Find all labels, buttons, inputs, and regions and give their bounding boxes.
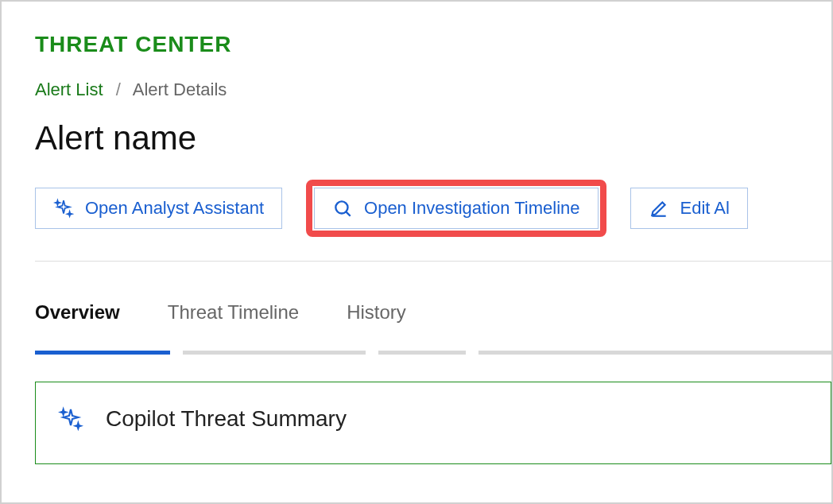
tab-underline-row (35, 351, 831, 355)
breadcrumb-current: Alert Details (133, 79, 227, 99)
action-row: Open Analyst Assistant Open Investigatio… (35, 180, 831, 237)
tab-threat-timeline[interactable]: Threat Timeline (168, 301, 299, 330)
sparkle-icon (58, 406, 83, 432)
tabs: Overview Threat Timeline History (35, 301, 831, 330)
svg-point-0 (335, 201, 347, 213)
tab-underline-threat-timeline (183, 351, 366, 355)
page-title: Alert name (35, 119, 831, 157)
edit-alert-button[interactable]: Edit Al (630, 188, 748, 229)
tab-underline-overview (35, 351, 170, 355)
tab-underline-rest (478, 351, 831, 355)
breadcrumb-link-alert-list[interactable]: Alert List (35, 79, 103, 99)
open-investigation-timeline-button[interactable]: Open Investigation Timeline (314, 188, 599, 229)
breadcrumb-separator: / (116, 79, 121, 99)
divider (35, 261, 831, 262)
open-analyst-assistant-label: Open Analyst Assistant (85, 198, 264, 219)
open-investigation-timeline-label: Open Investigation Timeline (364, 198, 580, 219)
edit-alert-label: Edit Al (680, 198, 730, 219)
search-icon (332, 198, 353, 219)
highlight-annotation: Open Investigation Timeline (306, 180, 606, 237)
tab-history[interactable]: History (347, 301, 406, 330)
app-title: THREAT CENTER (35, 32, 831, 57)
edit-icon (649, 198, 669, 219)
breadcrumb: Alert List / Alert Details (35, 79, 831, 100)
copilot-summary-title: Copilot Threat Summary (106, 406, 347, 432)
sparkle-icon (53, 198, 74, 219)
open-analyst-assistant-button[interactable]: Open Analyst Assistant (35, 188, 282, 229)
svg-line-1 (347, 212, 351, 216)
tab-underline-history (378, 351, 466, 355)
tab-overview[interactable]: Overview (35, 301, 120, 330)
copilot-summary-card: Copilot Threat Summary (35, 382, 831, 464)
